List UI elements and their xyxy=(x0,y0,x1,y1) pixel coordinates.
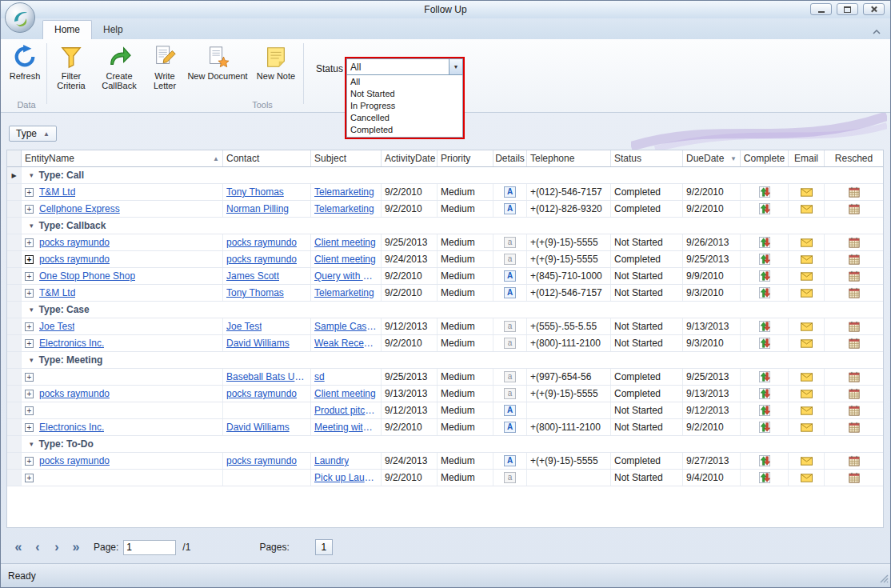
complete-icon[interactable] xyxy=(759,472,770,483)
column-header-contact[interactable]: Contact xyxy=(223,150,311,166)
table-row[interactable]: +Electronics Inc.David WilliamsMeeting w… xyxy=(7,419,883,436)
complete-icon[interactable] xyxy=(759,371,770,382)
contact-link[interactable]: David Williams xyxy=(226,422,290,433)
details-icon[interactable]: a xyxy=(504,472,516,483)
contact-link[interactable]: pocks raymundo xyxy=(226,237,297,248)
column-header-email[interactable]: Email xyxy=(789,150,825,166)
email-icon[interactable] xyxy=(801,406,813,415)
email-icon[interactable] xyxy=(801,373,813,382)
subject-link[interactable]: Product pitching xyxy=(314,405,378,416)
expand-row-icon[interactable]: + xyxy=(25,474,34,482)
group-row[interactable]: ▾Type: Callback xyxy=(7,218,883,234)
expand-row-icon[interactable]: + xyxy=(25,339,34,348)
subject-link[interactable]: Meeting with P... xyxy=(314,422,378,433)
collapse-group-icon[interactable]: ▾ xyxy=(30,356,34,364)
status-option[interactable]: In Progress xyxy=(347,100,462,112)
details-icon[interactable]: a xyxy=(504,237,516,248)
group-row[interactable]: ▾Type: To-Do xyxy=(7,436,883,453)
refresh-button[interactable]: Refresh xyxy=(6,42,44,100)
expand-row-icon[interactable]: + xyxy=(25,390,34,398)
subject-link[interactable]: Client meeting xyxy=(314,388,376,399)
status-option[interactable]: All xyxy=(347,76,462,88)
email-icon[interactable] xyxy=(801,457,813,466)
contact-link[interactable]: David Williams xyxy=(226,338,290,349)
column-header-resched[interactable]: Resched xyxy=(825,150,883,166)
expand-row-icon[interactable]: + xyxy=(25,272,34,281)
subject-link[interactable]: Client meeting xyxy=(314,237,376,248)
complete-icon[interactable] xyxy=(759,287,770,298)
email-icon[interactable] xyxy=(801,322,813,331)
resched-icon[interactable] xyxy=(849,388,860,399)
contact-link[interactable]: Norman Pilling xyxy=(226,203,289,214)
collapse-ribbon-icon[interactable] xyxy=(873,26,881,37)
contact-link[interactable]: James Scott xyxy=(226,270,279,282)
subject-link[interactable]: Query with Pri... xyxy=(314,270,378,282)
subject-link[interactable]: Telemarketing xyxy=(314,287,374,298)
minimize-button[interactable] xyxy=(810,3,832,15)
collapse-group-icon[interactable]: ▾ xyxy=(30,171,34,179)
expand-row-icon[interactable]: + xyxy=(25,255,34,264)
resize-grip[interactable] xyxy=(879,574,889,586)
table-row[interactable]: +pocks raymundopocks raymundoLaundry9/24… xyxy=(7,453,883,470)
subject-link[interactable]: Laundry xyxy=(314,455,349,466)
resched-icon[interactable] xyxy=(849,371,860,382)
contact-link[interactable]: Joe Test xyxy=(226,321,262,332)
maximize-button[interactable] xyxy=(837,3,858,15)
table-row[interactable]: +Electronics Inc.David WilliamsWeak Rece… xyxy=(7,335,883,352)
complete-icon[interactable] xyxy=(759,338,770,349)
expand-row-icon[interactable]: + xyxy=(25,188,34,197)
complete-icon[interactable] xyxy=(759,254,770,265)
complete-icon[interactable] xyxy=(759,186,770,198)
new-note-button[interactable]: New Note xyxy=(251,42,301,100)
table-row[interactable]: +pocks raymundopocks raymundoClient meet… xyxy=(7,251,883,268)
group-row[interactable]: ▶▾Type: Call xyxy=(7,167,883,184)
resched-icon[interactable] xyxy=(849,338,860,349)
group-row[interactable]: ▾Type: Meeting xyxy=(7,352,883,369)
collapse-group-icon[interactable]: ▾ xyxy=(30,440,34,448)
new-document-button[interactable]: New Document xyxy=(184,42,251,100)
contact-link[interactable]: pocks raymundo xyxy=(226,455,297,466)
previous-page-button[interactable]: ‹ xyxy=(28,538,47,556)
status-option[interactable]: Cancelled xyxy=(347,112,462,124)
contact-link[interactable]: Tony Thomas xyxy=(226,186,284,198)
resched-icon[interactable] xyxy=(849,254,860,265)
email-icon[interactable] xyxy=(801,188,813,197)
complete-icon[interactable] xyxy=(759,270,770,282)
dropdown-arrow-icon[interactable]: ▼ xyxy=(449,59,462,74)
subject-link[interactable]: Client meeting xyxy=(314,254,376,265)
resched-icon[interactable] xyxy=(849,405,860,416)
complete-icon[interactable] xyxy=(759,455,770,466)
entity-link[interactable]: pocks raymundo xyxy=(39,237,110,248)
tab-help[interactable]: Help xyxy=(92,21,134,39)
column-header-priority[interactable]: Priority xyxy=(438,150,493,166)
email-icon[interactable] xyxy=(801,390,813,398)
email-icon[interactable] xyxy=(801,272,813,281)
entity-link[interactable]: Joe Test xyxy=(39,321,74,332)
table-row[interactable]: +pocks raymundopocks raymundoClient meet… xyxy=(7,234,883,251)
app-logo-icon[interactable] xyxy=(4,2,36,34)
email-icon[interactable] xyxy=(801,339,813,348)
expand-row-icon[interactable]: + xyxy=(25,457,34,466)
subject-link[interactable]: sd xyxy=(314,371,325,382)
column-header-telephone[interactable]: Telephone xyxy=(527,150,611,166)
resched-icon[interactable] xyxy=(849,237,860,248)
subject-link[interactable]: Weak Reception xyxy=(314,338,378,349)
details-icon[interactable]: A xyxy=(504,203,516,214)
details-icon[interactable]: a xyxy=(504,321,516,332)
group-by-type-button[interactable]: Type ▲ xyxy=(9,126,57,142)
column-header-subject[interactable]: Subject xyxy=(311,150,382,166)
details-icon[interactable]: A xyxy=(504,405,516,416)
resched-icon[interactable] xyxy=(849,287,860,298)
entity-link[interactable]: pocks raymundo xyxy=(39,455,110,466)
complete-icon[interactable] xyxy=(759,422,770,433)
expand-row-icon[interactable]: + xyxy=(25,322,34,331)
entity-link[interactable]: T&M Ltd xyxy=(39,186,75,198)
expand-row-icon[interactable]: + xyxy=(25,373,34,382)
column-header-details[interactable]: Details xyxy=(493,150,527,166)
expand-row-icon[interactable]: + xyxy=(25,423,34,432)
details-icon[interactable]: A xyxy=(504,186,516,198)
close-button[interactable] xyxy=(863,3,885,15)
column-header-entityname[interactable]: EntityName▲ xyxy=(22,150,223,166)
expand-row-icon[interactable]: + xyxy=(25,205,34,214)
column-header-duedate[interactable]: DueDate▼ xyxy=(683,150,741,166)
